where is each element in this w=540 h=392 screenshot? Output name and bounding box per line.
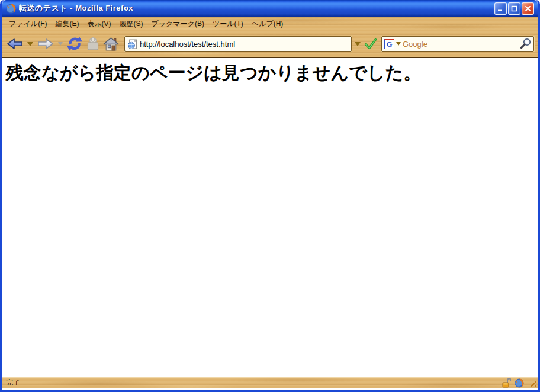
navigation-toolbar: G [2, 31, 538, 58]
browser-window: 転送のテスト - Mozilla Firefox ファイル(F) 編集(E) 表… [0, 0, 540, 392]
search-engine-dropdown-icon[interactable] [396, 42, 401, 46]
magnifier-icon[interactable] [519, 37, 532, 50]
location-dropdown-icon[interactable] [355, 42, 361, 46]
menu-bookmarks[interactable]: ブックマーク(B) [147, 17, 208, 31]
home-button[interactable] [102, 36, 120, 52]
minimize-button[interactable] [494, 2, 507, 15]
firefox-icon [6, 4, 16, 14]
lock-open-icon [502, 378, 511, 388]
forward-dropdown-icon[interactable] [58, 42, 63, 46]
search-input[interactable] [403, 37, 519, 50]
home-icon [103, 37, 119, 52]
close-button[interactable] [522, 2, 534, 15]
reload-icon [66, 36, 83, 52]
back-icon [6, 37, 24, 51]
page-message: 残念ながら指定のページは見つかりませんでした。 [2, 58, 538, 88]
maximize-button[interactable] [508, 2, 520, 15]
location-input[interactable] [140, 37, 349, 50]
menu-help[interactable]: ヘルプ(H) [247, 17, 288, 31]
stop-icon [85, 36, 101, 52]
back-dropdown-icon[interactable] [27, 42, 33, 46]
menu-tools[interactable]: ツール(T) [208, 17, 247, 31]
go-button[interactable] [364, 37, 378, 50]
forward-icon [37, 37, 54, 51]
title-bar[interactable]: 転送のテスト - Mozilla Firefox [2, 0, 538, 17]
menu-edit[interactable]: 編集(E) [51, 17, 83, 31]
menu-history[interactable]: 履歴(S) [115, 17, 147, 31]
page-content: 残念ながら指定のページは見つかりませんでした。 [2, 58, 538, 377]
google-icon: G [384, 39, 394, 49]
back-button[interactable] [5, 36, 24, 52]
menu-file[interactable]: ファイル(F) [5, 17, 51, 31]
resize-grip[interactable] [528, 378, 536, 387]
menu-bar: ファイル(F) 編集(E) 表示(V) 履歴(S) ブックマーク(B) ツール(… [2, 17, 538, 31]
stop-button[interactable] [85, 36, 101, 52]
window-title: 転送のテスト - Mozilla Firefox [19, 3, 494, 14]
check-icon [364, 38, 377, 50]
page-favicon-icon [127, 39, 137, 49]
forward-button[interactable] [36, 36, 55, 52]
menu-view[interactable]: 表示(V) [83, 17, 115, 31]
status-text: 完了 [6, 378, 20, 388]
search-bar[interactable]: G [381, 36, 534, 52]
location-bar[interactable] [124, 36, 352, 52]
reload-button[interactable] [66, 36, 83, 52]
firefox-status-icon [515, 378, 524, 388]
status-bar: 完了 [2, 377, 538, 388]
